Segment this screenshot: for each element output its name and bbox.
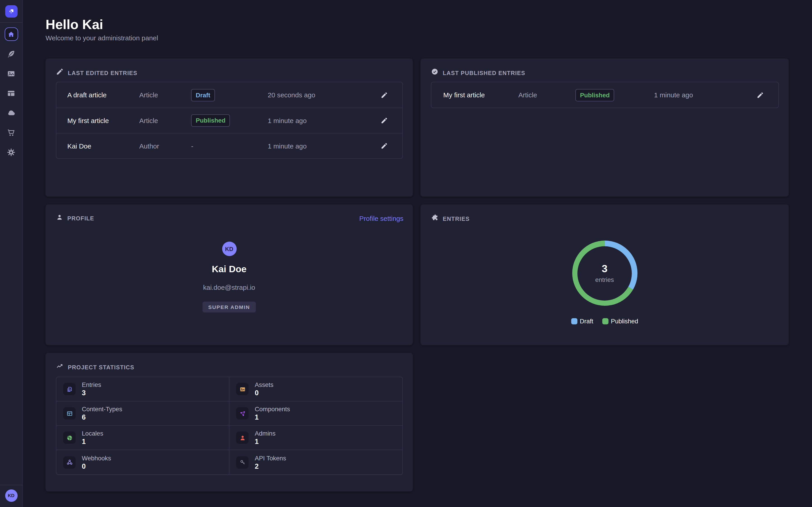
entry-name: My first article: [443, 91, 518, 99]
table-row: A draft article Article Draft 20 seconds…: [56, 82, 402, 108]
entry-name: A draft article: [67, 91, 139, 99]
profile-settings-link[interactable]: Profile settings: [359, 215, 404, 222]
pencil-icon: [56, 68, 64, 78]
main-content: Hello Kai Welcome to your administration…: [23, 0, 812, 507]
status-badge: Published: [191, 114, 230, 127]
stat-locales: Locales 1: [56, 426, 230, 450]
feather-icon: [7, 49, 15, 58]
entry-name: Kai Doe: [67, 142, 139, 150]
key-icon: [236, 456, 249, 468]
stat-content-types: Content-Types 6: [56, 402, 230, 426]
stat-value: 0: [82, 462, 111, 470]
last-edited-entries-card: LAST EDITED ENTRIES A draft article Arti…: [46, 58, 413, 196]
entry-time: 1 minute ago: [654, 91, 693, 99]
entry-time: 1 minute ago: [268, 142, 307, 150]
strapi-logo-button[interactable]: [0, 0, 22, 23]
stat-components: Components 1: [230, 402, 402, 426]
profile-summary: KD Kai Doe kai.doe@strapi.io SUPER ADMIN: [46, 241, 413, 313]
entries-chart: 3 entries Draft Published: [420, 241, 789, 325]
sidebar-item-content-manager[interactable]: [4, 47, 18, 61]
card-title: PROJECT STATISTICS: [68, 364, 135, 370]
edit-entry-button[interactable]: [378, 89, 390, 101]
stat-label: Content-Types: [82, 406, 122, 413]
sidebar-item-media-library[interactable]: [4, 67, 18, 80]
entries-donut: 3 entries: [572, 241, 637, 306]
user-avatar[interactable]: KD: [5, 490, 17, 502]
stat-admins: Admins 1: [230, 426, 402, 450]
layout-icon: [7, 89, 15, 98]
stat-label: Webhooks: [82, 454, 111, 462]
legend-label: Draft: [580, 318, 594, 325]
profile-avatar: KD: [222, 241, 236, 256]
sidebar-item-deploy[interactable]: [4, 106, 18, 120]
stat-value: 0: [255, 389, 273, 397]
components-icon: [236, 407, 249, 419]
legend-item-draft: Draft: [571, 318, 594, 325]
edit-entry-button[interactable]: [378, 115, 390, 126]
card-title: ENTRIES: [443, 215, 470, 222]
table-row: Kai Doe Author - 1 minute ago: [56, 133, 402, 158]
card-title: LAST PUBLISHED ENTRIES: [443, 70, 525, 76]
entry-type: Article: [139, 117, 191, 124]
page-title: Hello Kai: [46, 16, 103, 33]
last-published-entries-card: LAST PUBLISHED ENTRIES My first article …: [420, 58, 789, 196]
stat-value: 3: [82, 389, 101, 397]
stat-label: Admins: [255, 430, 275, 437]
entry-type: Article: [139, 91, 191, 99]
stat-value: 1: [255, 413, 290, 421]
table-row: My first article Article Published 1 min…: [56, 108, 402, 133]
sidebar-item-content-type-builder[interactable]: [4, 86, 18, 100]
trend-up-icon: [56, 362, 64, 372]
stat-value: 1: [255, 438, 275, 445]
person-icon: [56, 214, 63, 223]
stat-assets: Assets 0: [230, 377, 402, 402]
entry-type: Author: [139, 142, 191, 150]
chart-legend: Draft Published: [571, 318, 638, 325]
entries-total-label: entries: [595, 276, 614, 283]
last-published-table: My first article Article Published 1 min…: [431, 82, 779, 108]
layout-icon: [63, 407, 75, 419]
status-empty: -: [191, 142, 268, 150]
last-edited-table: A draft article Article Draft 20 seconds…: [56, 82, 403, 159]
entries-total: 3: [602, 263, 608, 275]
stat-entries: Entries 3: [56, 377, 230, 402]
profile-email: kai.doe@strapi.io: [203, 283, 255, 291]
profile-card: PROFILE Profile settings KD Kai Doe kai.…: [46, 205, 413, 345]
table-row: My first article Article Published 1 min…: [432, 82, 778, 108]
card-title: PROFILE: [67, 215, 94, 222]
page-subtitle: Welcome to your administration panel: [46, 34, 158, 42]
stat-value: 6: [82, 413, 122, 421]
stat-webhooks: Webhooks 0: [56, 450, 230, 474]
cart-icon: [7, 128, 15, 137]
profile-name: Kai Doe: [212, 264, 247, 275]
edit-entry-button[interactable]: [378, 140, 390, 152]
cloud-icon: [6, 108, 16, 117]
sidebar-footer: KD: [0, 485, 22, 507]
check-circle-icon: [431, 68, 439, 78]
globe-icon: [63, 432, 75, 444]
documents-icon: [63, 383, 75, 395]
stat-label: Assets: [255, 381, 273, 389]
legend-item-published: Published: [602, 318, 638, 325]
legend-label: Published: [611, 318, 638, 325]
sidebar-item-marketplace[interactable]: [4, 126, 18, 139]
stats-table: Entries 3 Assets 0 Content-Types 6: [56, 377, 403, 475]
sidebar-item-settings[interactable]: [4, 145, 18, 159]
draft-swatch: [571, 318, 577, 325]
puzzle-icon: [431, 214, 439, 224]
role-badge: SUPER ADMIN: [203, 302, 256, 313]
stat-api-tokens: API Tokens 2: [230, 450, 402, 474]
sidebar-item-home[interactable]: [4, 27, 18, 41]
stat-label: Locales: [82, 430, 103, 437]
strapi-admin-dashboard: KD Hello Kai Welcome to your administrat…: [0, 0, 812, 507]
edit-entry-button[interactable]: [755, 89, 766, 101]
gear-icon: [7, 148, 15, 156]
user-icon: [236, 432, 249, 444]
entries-card: ENTRIES 3 entries Draft Publis: [420, 205, 789, 345]
status-badge: Draft: [191, 89, 215, 101]
project-statistics-card: PROJECT STATISTICS Entries 3 Assets 0: [46, 353, 413, 492]
stat-value: 2: [255, 462, 286, 470]
entry-time: 1 minute ago: [268, 117, 307, 124]
stat-value: 1: [82, 438, 103, 445]
sidebar-nav: [4, 23, 18, 485]
